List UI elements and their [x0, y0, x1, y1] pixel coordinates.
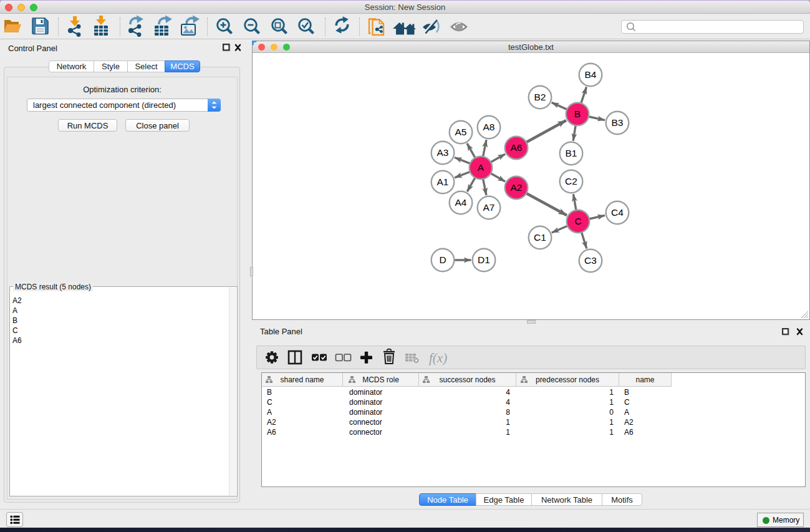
- svg-text:C2: C2: [565, 176, 577, 186]
- svg-text:A1: A1: [437, 177, 449, 187]
- svg-text:C: C: [574, 216, 581, 226]
- svg-text:A2: A2: [511, 182, 523, 193]
- svg-text:B2: B2: [534, 92, 546, 102]
- svg-text:A4: A4: [455, 197, 467, 208]
- svg-text:A7: A7: [483, 202, 495, 213]
- svg-text:C4: C4: [611, 207, 624, 218]
- svg-text:B4: B4: [585, 69, 597, 80]
- svg-text:D: D: [439, 254, 446, 265]
- svg-text:f(x): f(x): [429, 351, 447, 365]
- svg-text:B: B: [574, 109, 581, 119]
- svg-text:D1: D1: [478, 254, 490, 265]
- svg-text:B3: B3: [612, 117, 624, 128]
- svg-text:A: A: [478, 162, 485, 173]
- svg-text:A5: A5: [455, 127, 467, 137]
- svg-text:A6: A6: [511, 142, 523, 153]
- svg-text:C1: C1: [534, 232, 546, 243]
- svg-text:B1: B1: [566, 148, 577, 158]
- svg-text:A3: A3: [437, 147, 449, 158]
- svg-text:C3: C3: [584, 255, 597, 266]
- svg-text:A8: A8: [483, 122, 495, 132]
